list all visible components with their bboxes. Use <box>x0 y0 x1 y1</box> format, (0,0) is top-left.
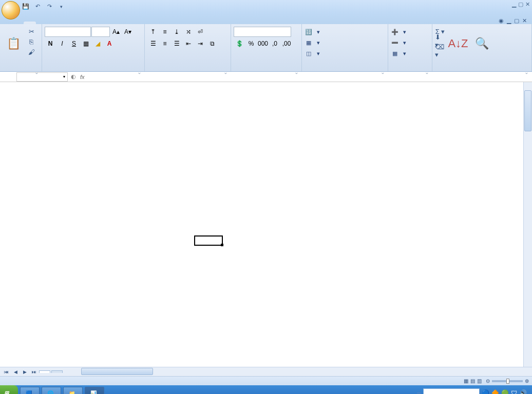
number-format-select[interactable] <box>234 27 291 37</box>
merge-button[interactable]: ⧉ <box>206 38 218 49</box>
tray-icon[interactable]: 🔵 <box>482 389 489 394</box>
tab-first-icon[interactable]: ⏮ <box>2 368 10 376</box>
close-icon[interactable]: ✕ <box>525 1 530 8</box>
currency-icon[interactable]: 💲 <box>234 38 245 49</box>
italic-button[interactable]: I <box>56 38 68 49</box>
min-ribbon-icon[interactable]: ▁ <box>507 17 511 24</box>
help-icon[interactable]: ◉ <box>499 17 504 24</box>
task-adicionar[interactable]: 🌐 <box>42 387 61 394</box>
align-top-icon[interactable]: ⤒ <box>147 27 159 37</box>
task-windows-live[interactable]: 🟦 <box>20 387 40 394</box>
align-left-icon[interactable]: ☰ <box>147 38 159 49</box>
worksheet[interactable] <box>0 82 523 367</box>
paste-button[interactable]: 📋 <box>3 27 24 61</box>
sheet-tab-resultados[interactable] <box>39 370 50 373</box>
selected-cell[interactable] <box>194 235 223 246</box>
group-alignment <box>147 70 228 71</box>
redo-icon[interactable]: ↷ <box>44 2 54 12</box>
bold-button[interactable]: N <box>45 38 56 49</box>
tab-last-icon[interactable]: ⏭ <box>30 368 38 376</box>
zoom-slider[interactable] <box>492 380 523 382</box>
close-win-icon[interactable]: ✕ <box>522 17 527 24</box>
underline-button[interactable]: S <box>68 38 80 49</box>
vertical-scrollbar[interactable] <box>523 82 532 367</box>
align-center-icon[interactable]: ≡ <box>159 38 170 49</box>
restore-win-icon[interactable]: ▢ <box>514 17 519 24</box>
desktop-search[interactable] <box>423 388 480 394</box>
indent-dec-icon[interactable]: ⇤ <box>183 38 194 49</box>
inc-decimal-icon[interactable]: ,0 <box>269 38 280 49</box>
font-name-select[interactable] <box>45 27 91 37</box>
font-color-button[interactable]: A <box>104 38 115 49</box>
tray-icon[interactable]: 🔶 <box>491 389 499 394</box>
insert-cells-button[interactable]: ➕ ▾ <box>391 27 406 37</box>
fill-color-button[interactable]: ◢ <box>92 38 103 49</box>
undo-icon[interactable]: ↶ <box>32 2 43 12</box>
task-tabela[interactable]: 📁 <box>63 387 83 394</box>
align-right-icon[interactable]: ☰ <box>171 38 182 49</box>
group-cells <box>391 70 429 71</box>
group-styles <box>305 70 385 71</box>
qat-more-icon[interactable]: ▾ <box>56 2 66 12</box>
dec-decimal-icon[interactable]: ,00 <box>281 38 292 49</box>
clear-icon[interactable]: ⌫ ▾ <box>435 46 445 55</box>
group-editing <box>435 70 529 71</box>
find-select-button[interactable]: 🔍 <box>471 27 492 61</box>
cut-icon[interactable]: ✂ <box>26 27 36 36</box>
conditional-format-button[interactable]: 🔢 ▾ <box>305 27 320 37</box>
tab-prev-icon[interactable]: ◀ <box>11 368 20 376</box>
group-clipboard <box>3 70 39 71</box>
format-painter-icon[interactable]: 🖌 <box>26 47 36 56</box>
font-size-select[interactable] <box>91 27 110 37</box>
orientation-icon[interactable]: ⤭ <box>183 27 194 37</box>
start-button[interactable]: ⊞ <box>0 385 18 394</box>
windows-logo-icon: ⊞ <box>4 390 9 395</box>
formula-bar: ▾ ◐ fx <box>0 72 532 82</box>
copy-icon[interactable]: ⎘ <box>26 37 36 46</box>
tray-icon[interactable]: 🟢 <box>501 389 509 394</box>
view-break-icon[interactable]: ▥ <box>477 378 482 384</box>
indent-inc-icon[interactable]: ⇥ <box>195 38 206 49</box>
group-font <box>45 70 142 71</box>
fx-icon[interactable]: fx <box>80 74 85 80</box>
title-bar: 💾 ↶ ↷ ▾ ▁ ▢ ✕ <box>0 0 532 13</box>
sort-filter-button[interactable]: A↓Z <box>447 27 469 61</box>
cell-styles-button[interactable]: ◫ ▾ <box>305 48 320 58</box>
percent-icon[interactable]: % <box>245 38 257 49</box>
thousands-icon[interactable]: 000 <box>257 38 269 49</box>
format-cells-button[interactable]: ▦ ▾ <box>391 48 406 58</box>
view-layout-icon[interactable]: ▤ <box>470 378 475 384</box>
align-middle-icon[interactable]: ≡ <box>159 27 170 37</box>
task-excel[interactable]: 📊 <box>85 387 104 394</box>
horizontal-scrollbar[interactable] <box>73 367 532 376</box>
shrink-font-icon[interactable]: A▾ <box>122 27 134 37</box>
save-icon[interactable]: 💾 <box>21 2 31 12</box>
align-bottom-icon[interactable]: ⤓ <box>171 27 182 37</box>
name-box[interactable]: ▾ <box>16 72 68 82</box>
wrap-text-button[interactable]: ⏎ <box>195 27 206 37</box>
format-as-table-button[interactable]: ▦ ▾ <box>305 37 320 48</box>
taskbar: ⊞ 🟦 🌐 📁 📊 🔵 🔶 🟢 🛡 🔊 <box>0 385 532 394</box>
sheet-tab-finais[interactable] <box>51 370 63 373</box>
grow-font-icon[interactable]: A▴ <box>110 27 122 37</box>
view-normal-icon[interactable]: ▦ <box>464 378 468 384</box>
delete-cells-button[interactable]: ➖ ▾ <box>391 37 406 48</box>
tab-next-icon[interactable]: ▶ <box>21 368 29 376</box>
tray-icon[interactable]: 🛡 <box>511 389 517 394</box>
group-number <box>234 70 299 71</box>
zoom-in-icon[interactable]: ⊕ <box>525 378 529 384</box>
ribbon-tabs: ◉ ▁ ▢ ✕ <box>0 13 532 24</box>
border-button[interactable]: ▦ <box>80 38 91 49</box>
restore-icon[interactable]: ▢ <box>518 1 523 8</box>
minimize-icon[interactable]: ▁ <box>512 1 516 8</box>
ribbon: 📋 ✂ ⎘ 🖌 A▴ A▾ N I S ▦ ◢ A <box>0 24 532 72</box>
expand-fx-icon[interactable]: ◐ <box>71 73 76 80</box>
office-button[interactable] <box>2 1 20 19</box>
zoom-out-icon[interactable]: ⊖ <box>486 378 490 384</box>
lang-indicator[interactable] <box>417 392 421 393</box>
tray-icon[interactable]: 🔊 <box>519 389 527 394</box>
